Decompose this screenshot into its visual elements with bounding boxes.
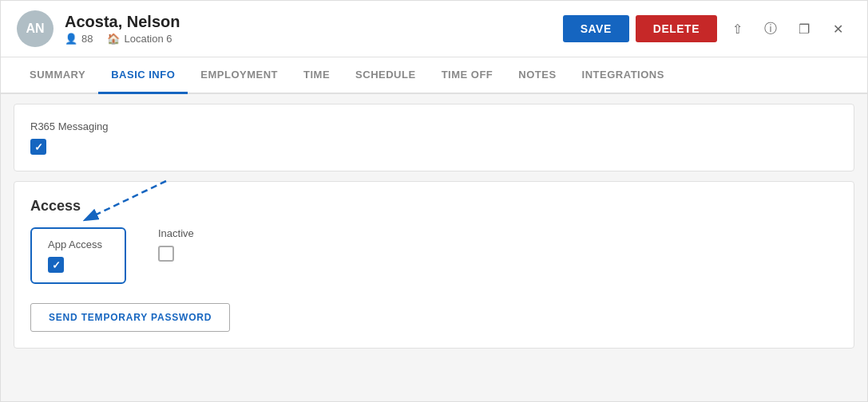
nav-tabs: SUMMARY BASIC INFO EMPLOYMENT TIME SCHED… (1, 57, 867, 94)
app-shell: AN Acosta, Nelson 👤 88 🏠 Location 6 SAVE… (0, 0, 868, 402)
expand-button[interactable]: ❐ (791, 15, 818, 42)
employee-name: Acosta, Nelson (65, 13, 563, 31)
tab-employment[interactable]: EMPLOYMENT (188, 57, 291, 94)
tab-schedule[interactable]: SCHEDULE (343, 57, 429, 94)
messaging-label: R365 Messaging (30, 120, 838, 132)
messaging-card: R365 Messaging (14, 104, 854, 171)
header-meta: 👤 88 🏠 Location 6 (65, 33, 563, 45)
access-fields: App Access Inactive (30, 227, 194, 284)
app-access-checkbox-wrapper (48, 257, 109, 273)
avatar: AN (17, 10, 54, 47)
access-title: Access (30, 198, 838, 215)
tab-time[interactable]: TIME (291, 57, 343, 94)
inactive-checkbox[interactable] (158, 246, 174, 262)
app-access-label: App Access (48, 238, 109, 250)
header-info: Acosta, Nelson 👤 88 🏠 Location 6 (65, 13, 563, 45)
location-icon: 🏠 (107, 33, 120, 45)
app-access-container: App Access Inactive (30, 227, 194, 284)
tab-basic-info[interactable]: BASIC INFO (98, 57, 188, 94)
content-area: R365 Messaging Access (1, 94, 867, 401)
employee-icon: 👤 (65, 33, 77, 45)
employee-id-item: 👤 88 (65, 33, 93, 45)
inactive-field: Inactive (158, 227, 194, 262)
save-button[interactable]: SAVE (563, 15, 629, 42)
location-item: 🏠 Location 6 (107, 33, 172, 45)
tab-time-off[interactable]: TIME OFF (429, 57, 506, 94)
location-name: Location 6 (124, 33, 172, 45)
help-button[interactable]: ⓘ (757, 15, 784, 42)
messaging-checkbox-wrapper (30, 139, 838, 155)
delete-button[interactable]: DELETE (636, 15, 717, 42)
access-card: Access App Access (14, 181, 854, 349)
app-access-checkbox[interactable] (48, 257, 64, 273)
tab-integrations[interactable]: INTEGRATIONS (569, 57, 677, 94)
header: AN Acosta, Nelson 👤 88 🏠 Location 6 SAVE… (1, 1, 867, 57)
close-button[interactable]: ✕ (824, 15, 851, 42)
tab-summary[interactable]: SUMMARY (17, 57, 98, 94)
header-actions: SAVE DELETE ⇧ ⓘ ❐ ✕ (563, 15, 851, 42)
tab-notes[interactable]: NOTES (505, 57, 569, 94)
upload-button[interactable]: ⇧ (723, 15, 751, 42)
send-temp-wrapper: SEND TEMPORARY PASSWORD (30, 284, 838, 332)
employee-id: 88 (81, 33, 93, 45)
messaging-checkbox[interactable] (30, 139, 46, 155)
send-temporary-password-button[interactable]: SEND TEMPORARY PASSWORD (30, 303, 230, 332)
app-access-box: App Access (30, 227, 126, 284)
inactive-label: Inactive (158, 227, 194, 239)
